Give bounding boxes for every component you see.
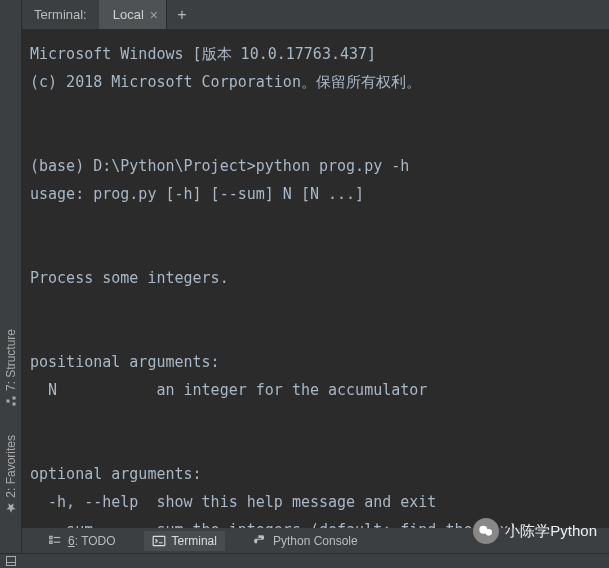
tool-todo-label: 6: TODO [68, 534, 116, 548]
terminal-panel: Terminal: Local × + Microsoft Windows [版… [22, 0, 609, 528]
todo-icon [48, 534, 62, 548]
terminal-panel-title: Terminal: [22, 0, 99, 29]
rail-favorites-label: 2: Favorites [4, 435, 18, 498]
add-tab-button[interactable]: + [167, 0, 197, 29]
svg-rect-8 [7, 557, 16, 566]
layout-icon[interactable] [4, 555, 18, 567]
python-icon [253, 534, 267, 548]
svg-point-11 [486, 529, 493, 536]
tool-python-console-label: Python Console [273, 534, 358, 548]
tool-todo[interactable]: 6: TODO [40, 531, 124, 551]
rail-structure[interactable]: 7: Structure [4, 329, 18, 407]
rail-favorites[interactable]: 2: Favorites [4, 435, 18, 514]
svg-rect-4 [50, 541, 52, 543]
wechat-icon [473, 518, 499, 544]
structure-icon [5, 395, 17, 407]
svg-rect-3 [50, 536, 52, 538]
tool-terminal-label: Terminal [172, 534, 217, 548]
watermark: 小陈学Python [473, 518, 597, 544]
terminal-tab-local[interactable]: Local × [99, 0, 167, 29]
tool-terminal[interactable]: Terminal [144, 531, 225, 551]
left-tool-rail: 2: Favorites 7: Structure [0, 0, 22, 568]
terminal-output[interactable]: Microsoft Windows [版本 10.0.17763.437] (c… [22, 30, 609, 528]
svg-rect-1 [12, 397, 15, 400]
status-bar [0, 553, 609, 568]
svg-rect-2 [6, 400, 9, 403]
close-icon[interactable]: × [150, 7, 158, 23]
svg-rect-0 [12, 403, 15, 406]
svg-rect-7 [153, 536, 165, 545]
terminal-icon [152, 534, 166, 548]
tool-python-console[interactable]: Python Console [245, 531, 366, 551]
terminal-tab-bar: Terminal: Local × + [22, 0, 609, 30]
watermark-text: 小陈学Python [505, 522, 597, 541]
svg-rect-9 [7, 563, 16, 566]
star-icon [5, 502, 17, 514]
terminal-tab-label: Local [113, 7, 144, 22]
rail-structure-label: 7: Structure [4, 329, 18, 391]
